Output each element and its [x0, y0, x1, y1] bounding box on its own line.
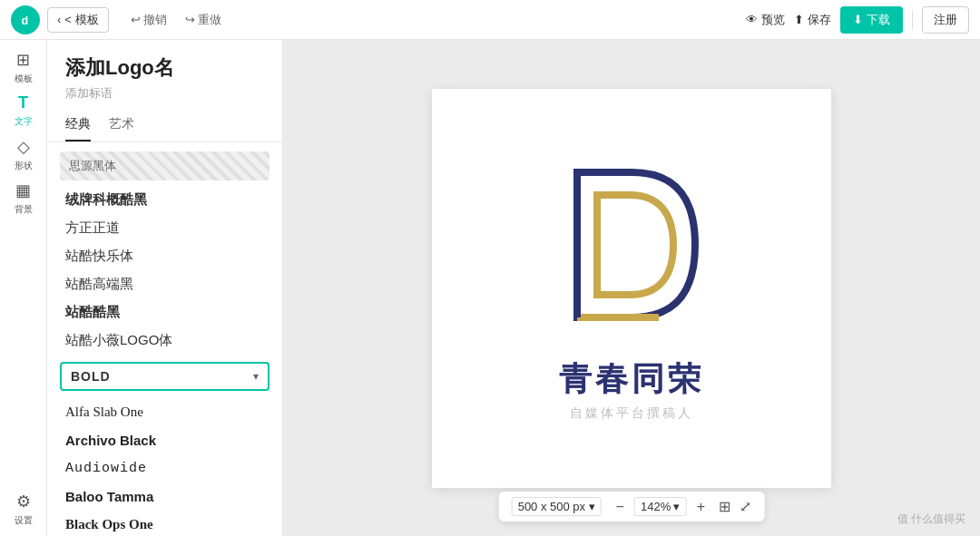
template-icon: ⊞ — [16, 50, 30, 70]
list-item[interactable]: Black Ops One — [47, 511, 282, 536]
tab-art[interactable]: 艺术 — [109, 116, 134, 141]
canvas-area: 青春同荣 自媒体平台撰稿人 500 x 500 px ▾ − 142% ▾ + … — [283, 40, 980, 536]
fit-screen-button[interactable]: ⤢ — [740, 498, 751, 515]
template-label: 模板 — [15, 73, 33, 85]
shape-icon: ◇ — [17, 137, 30, 157]
text-icon: T — [18, 93, 28, 112]
text-label: 文字 — [15, 115, 33, 128]
toolbar: d ‹ < 模板 ↩ 撤销 ↪ 重做 👁 预览 ⬆ 保存 ⬇ — [0, 0, 980, 40]
list-item[interactable]: 站酷快乐体 — [47, 242, 282, 270]
left-panel: 添加Logo名 添加标语 经典 艺术 思源黑体 绒牌科概酷黑 方正正道 站酷快乐… — [47, 40, 283, 536]
back-to-template-button[interactable]: ‹ < 模板 — [47, 7, 109, 33]
sidebar-item-settings[interactable]: ⚙ 设置 — [4, 489, 44, 529]
toolbar-divider — [912, 11, 913, 29]
watermark-text: 值 什么值得买 — [897, 512, 965, 525]
undo-label: 撤销 — [143, 12, 167, 28]
settings-icon: ⚙ — [16, 492, 31, 512]
app-logo: d — [11, 5, 40, 34]
zoom-out-button[interactable]: − — [611, 498, 629, 516]
font-list-area: 思源黑体 绒牌科概酷黑 方正正道 站酷快乐体 站酷高端黑 站酷酷黑 站酷小薇LO… — [47, 142, 282, 536]
back-icon: ‹ — [57, 13, 61, 26]
list-item[interactable]: Audiowide — [47, 454, 282, 482]
redo-icon: ↪ — [185, 13, 195, 26]
background-label: 背景 — [15, 203, 33, 216]
toolbar-left: d ‹ < 模板 ↩ 撤销 ↪ 重做 — [11, 5, 229, 34]
background-icon: ▦ — [15, 180, 31, 200]
save-button[interactable]: ⬆ 保存 — [794, 12, 831, 28]
size-selector[interactable]: 500 x 500 px ▾ — [512, 497, 602, 516]
zoom-value[interactable]: 142% ▾ — [634, 497, 686, 516]
panel-tabs: 经典 艺术 — [47, 109, 282, 142]
list-item[interactable]: 站酷高端黑 — [47, 270, 282, 298]
canvas-wrapper[interactable]: 青春同荣 自媒体平台撰稿人 — [432, 89, 831, 488]
undo-button[interactable]: ↩ 撤销 — [123, 8, 174, 32]
sidebar-item-text[interactable]: T 文字 — [4, 91, 44, 131]
panel-title: 添加Logo名 — [65, 54, 264, 82]
register-label: 注册 — [934, 13, 957, 26]
panel-header: 添加Logo名 添加标语 — [47, 40, 282, 109]
grid-view-button[interactable]: ⊞ — [719, 498, 730, 515]
sidebar-item-template[interactable]: ⊞ 模板 — [4, 47, 44, 87]
toolbar-actions: ↩ 撤销 ↪ 重做 — [123, 8, 229, 32]
size-label: 500 x 500 px — [518, 500, 585, 513]
toolbar-right: 👁 预览 ⬆ 保存 ⬇ 下载 注册 — [746, 6, 969, 34]
icon-nav: ⊞ 模板 T 文字 ◇ 形状 ▦ 背景 ⚙ 设置 — [0, 40, 47, 536]
preview-label: 预览 — [761, 12, 785, 28]
sidebar-item-background[interactable]: ▦ 背景 — [4, 178, 44, 218]
redo-label: 重做 — [198, 12, 221, 28]
filter-text: 思源黑体 — [69, 158, 116, 174]
canvas-bottom-toolbar: 500 x 500 px ▾ − 142% ▾ + ⊞ ⤢ — [499, 492, 765, 521]
list-item[interactable]: 站酷小薇LOGO体 — [47, 326, 282, 355]
panel-subtitle: 添加标语 — [65, 85, 264, 102]
logo-sub-text: 自媒体平台撰稿人 — [559, 405, 704, 422]
download-button[interactable]: ⬇ 下载 — [840, 6, 903, 34]
save-icon: ⬆ — [794, 13, 804, 26]
logo-text-area: 青春同荣 自媒体平台撰稿人 — [559, 357, 704, 422]
list-item[interactable]: Baloo Tamma — [47, 482, 282, 511]
register-button[interactable]: 注册 — [922, 6, 969, 34]
tab-classic[interactable]: 经典 — [65, 116, 91, 141]
list-item[interactable]: 站酷酷黑 — [47, 298, 282, 326]
list-item[interactable]: Archivo Black — [47, 426, 282, 454]
list-item[interactable]: 方正正道 — [47, 214, 282, 242]
undo-icon: ↩ — [131, 13, 141, 26]
settings-label: 设置 — [15, 514, 33, 527]
zoom-chevron-icon: ▾ — [673, 500, 680, 513]
watermark: 值 什么值得买 — [897, 512, 965, 527]
redo-button[interactable]: ↪ 重做 — [178, 8, 229, 32]
save-label: 保存 — [808, 12, 831, 28]
sidebar-item-shape[interactable]: ◇ 形状 — [4, 134, 44, 174]
download-label: 下载 — [867, 12, 890, 28]
list-item[interactable]: 绒牌科概酷黑 — [47, 186, 282, 214]
main-area: ⊞ 模板 T 文字 ◇ 形状 ▦ 背景 ⚙ 设置 添加Logo名 添加标语 经典… — [0, 40, 980, 536]
size-chevron-icon: ▾ — [589, 500, 595, 513]
back-label: < 模板 — [64, 12, 98, 28]
chevron-down-icon: ▾ — [253, 370, 259, 383]
zoom-label: 142% — [641, 500, 671, 513]
zoom-control: − 142% ▾ + — [611, 497, 710, 516]
download-icon: ⬇ — [853, 13, 863, 26]
preview-button[interactable]: 👁 预览 — [746, 12, 785, 28]
svg-text:d: d — [22, 14, 29, 26]
eye-icon: 👁 — [746, 13, 758, 26]
font-filter-bar[interactable]: 思源黑体 — [60, 151, 270, 180]
bold-label: BOLD — [71, 369, 111, 384]
bold-section-header[interactable]: BOLD ▾ — [60, 362, 270, 391]
list-item[interactable]: Alfa Slab One — [47, 398, 282, 426]
logo-svg-area — [550, 154, 713, 339]
zoom-in-button[interactable]: + — [691, 498, 710, 516]
shape-label: 形状 — [15, 160, 33, 172]
logo-main-text: 青春同荣 — [559, 357, 704, 402]
